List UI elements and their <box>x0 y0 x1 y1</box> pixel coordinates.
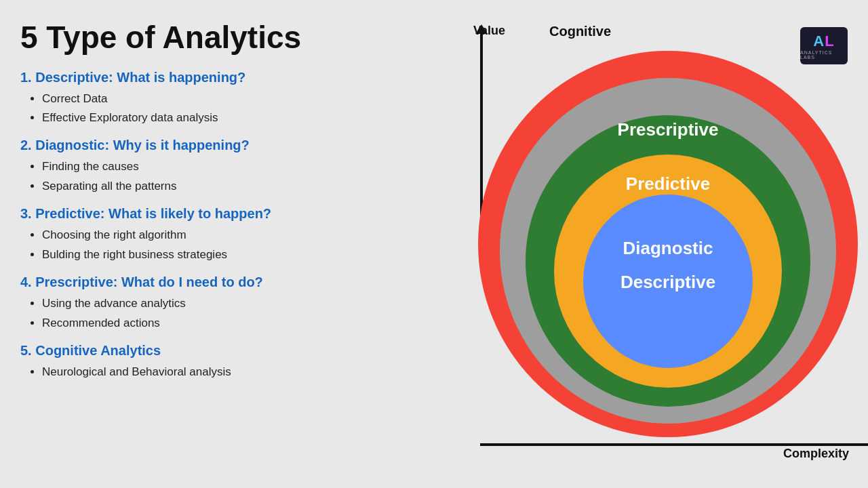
logo-letter-A: A <box>813 33 825 49</box>
section-cognitive: 5. Cognitive Analytics Neurological and … <box>20 343 359 382</box>
bullet-descriptive-1: Correct Data <box>42 89 359 109</box>
bullet-predictive-1: Choosing the right algorithm <box>42 226 359 245</box>
bullet-diagnostic-2: Separating all the patterns <box>42 177 359 197</box>
descriptive-label: Descriptive <box>620 272 715 292</box>
concentric-circles-chart: Prescriptive Predictive Diagnostic Descr… <box>468 27 868 474</box>
bullet-diagnostic-1: Finding the causes <box>42 157 359 177</box>
page-title: 5 Type of Analytics <box>20 20 359 55</box>
prescriptive-label: Prescriptive <box>618 119 719 140</box>
heading-diagnostic: 2. Diagnostic: Why is it happening? <box>20 138 359 153</box>
bullet-cognitive-1: Neurological and Behavioral analysis <box>42 363 359 382</box>
bullet-prescriptive-2: Recommended actions <box>42 314 359 333</box>
bullets-cognitive: Neurological and Behavioral analysis <box>20 363 359 382</box>
bullet-prescriptive-1: Using the advance analytics <box>42 294 359 314</box>
section-predictive: 3. Predictive: What is likely to happen?… <box>20 206 359 265</box>
logo-letters: AL <box>813 33 834 50</box>
section-prescriptive: 4. Prescriptive: What do I need to do? U… <box>20 274 359 333</box>
heading-prescriptive: 4. Prescriptive: What do I need to do? <box>20 274 359 290</box>
logo-letter-L: L <box>825 33 834 49</box>
bullets-predictive: Choosing the right algorithm Bulding the… <box>20 226 359 265</box>
diagnostic-label: Diagnostic <box>623 238 713 258</box>
bullets-prescriptive: Using the advance analytics Recommended … <box>20 294 359 333</box>
predictive-label: Predictive <box>626 174 710 194</box>
bullets-diagnostic: Finding the causes Separating all the pa… <box>20 157 359 197</box>
right-panel: Value Cognitive Complexity Prescriptive <box>373 20 854 474</box>
main-container: 5 Type of Analytics 1. Descriptive: What… <box>0 0 868 488</box>
bullets-descriptive: Correct Data Effective Exploratory data … <box>20 89 359 129</box>
heading-predictive: 3. Predictive: What is likely to happen? <box>20 206 359 222</box>
left-panel: 5 Type of Analytics 1. Descriptive: What… <box>20 20 373 474</box>
section-diagnostic: 2. Diagnostic: Why is it happening? Find… <box>20 138 359 197</box>
heading-descriptive: 1. Descriptive: What is happening? <box>20 70 359 85</box>
heading-cognitive: 5. Cognitive Analytics <box>20 343 359 359</box>
section-descriptive: 1. Descriptive: What is happening? Corre… <box>20 70 359 129</box>
logo: AL ANALYTICS LABS <box>800 27 848 64</box>
bullet-descriptive-2: Effective Exploratory data analysis <box>42 108 359 128</box>
logo-subtext: ANALYTICS LABS <box>800 50 848 60</box>
bullet-predictive-2: Bulding the right business strategies <box>42 245 359 265</box>
